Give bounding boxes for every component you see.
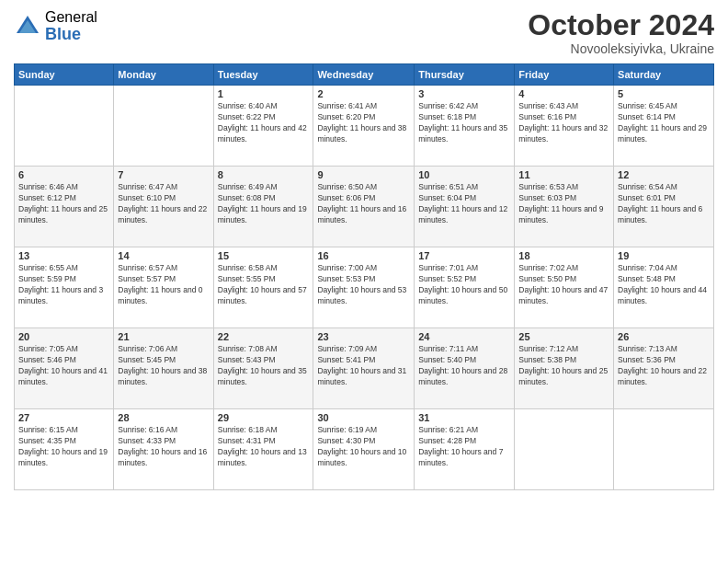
day-number: 22 bbox=[218, 331, 310, 342]
calendar-header-row: Sunday Monday Tuesday Wednesday Thursday… bbox=[15, 64, 714, 86]
day-number: 8 bbox=[218, 169, 310, 180]
day-number: 5 bbox=[618, 88, 710, 99]
day-number: 29 bbox=[218, 412, 310, 423]
day-detail: Sunrise: 6:58 AM Sunset: 5:55 PM Dayligh… bbox=[218, 263, 310, 307]
day-detail: Sunrise: 6:19 AM Sunset: 4:30 PM Dayligh… bbox=[317, 425, 410, 469]
day-detail: Sunrise: 6:47 AM Sunset: 6:10 PM Dayligh… bbox=[118, 182, 209, 226]
day-number: 10 bbox=[418, 169, 510, 180]
calendar-cell: 20Sunrise: 7:05 AM Sunset: 5:46 PM Dayli… bbox=[15, 328, 114, 409]
calendar-cell: 14Sunrise: 6:57 AM Sunset: 5:57 PM Dayli… bbox=[114, 247, 213, 328]
day-detail: Sunrise: 6:15 AM Sunset: 4:35 PM Dayligh… bbox=[18, 425, 109, 469]
calendar-week-row: 20Sunrise: 7:05 AM Sunset: 5:46 PM Dayli… bbox=[15, 328, 714, 409]
title-block: October 2024 Novooleksiyivka, Ukraine bbox=[528, 9, 714, 56]
day-number: 16 bbox=[317, 250, 410, 261]
calendar-cell: 8Sunrise: 6:49 AM Sunset: 6:08 PM Daylig… bbox=[213, 167, 313, 247]
day-number: 3 bbox=[418, 88, 510, 99]
calendar-week-row: 27Sunrise: 6:15 AM Sunset: 4:35 PM Dayli… bbox=[15, 409, 714, 490]
day-detail: Sunrise: 7:12 AM Sunset: 5:38 PM Dayligh… bbox=[518, 344, 609, 388]
calendar-cell: 2Sunrise: 6:41 AM Sunset: 6:20 PM Daylig… bbox=[313, 86, 415, 167]
day-number: 1 bbox=[218, 88, 310, 99]
calendar-cell: 1Sunrise: 6:40 AM Sunset: 6:22 PM Daylig… bbox=[213, 86, 313, 167]
day-detail: Sunrise: 6:40 AM Sunset: 6:22 PM Dayligh… bbox=[218, 101, 310, 145]
logo-icon bbox=[14, 13, 41, 40]
day-number: 7 bbox=[118, 169, 209, 180]
location-subtitle: Novooleksiyivka, Ukraine bbox=[528, 41, 714, 56]
day-detail: Sunrise: 7:04 AM Sunset: 5:48 PM Dayligh… bbox=[618, 263, 710, 307]
day-detail: Sunrise: 7:06 AM Sunset: 5:45 PM Dayligh… bbox=[118, 344, 209, 388]
calendar-cell: 22Sunrise: 7:08 AM Sunset: 5:43 PM Dayli… bbox=[213, 328, 313, 409]
calendar-week-row: 1Sunrise: 6:40 AM Sunset: 6:22 PM Daylig… bbox=[15, 86, 714, 167]
day-detail: Sunrise: 6:18 AM Sunset: 4:31 PM Dayligh… bbox=[218, 425, 310, 469]
day-number: 26 bbox=[618, 331, 710, 342]
day-number: 21 bbox=[118, 331, 209, 342]
day-detail: Sunrise: 7:13 AM Sunset: 5:36 PM Dayligh… bbox=[618, 344, 710, 388]
calendar-table: Sunday Monday Tuesday Wednesday Thursday… bbox=[14, 63, 714, 490]
day-number: 11 bbox=[518, 169, 609, 180]
calendar-cell bbox=[114, 86, 213, 167]
col-thursday: Thursday bbox=[415, 64, 515, 86]
day-detail: Sunrise: 6:57 AM Sunset: 5:57 PM Dayligh… bbox=[118, 263, 209, 307]
logo-general: General bbox=[45, 9, 97, 26]
day-number: 30 bbox=[317, 412, 410, 423]
calendar-cell: 21Sunrise: 7:06 AM Sunset: 5:45 PM Dayli… bbox=[114, 328, 213, 409]
calendar-cell: 29Sunrise: 6:18 AM Sunset: 4:31 PM Dayli… bbox=[213, 409, 313, 490]
day-detail: Sunrise: 6:45 AM Sunset: 6:14 PM Dayligh… bbox=[618, 101, 710, 145]
col-sunday: Sunday bbox=[15, 64, 114, 86]
calendar-cell: 9Sunrise: 6:50 AM Sunset: 6:06 PM Daylig… bbox=[313, 167, 415, 247]
calendar-cell bbox=[614, 409, 714, 490]
day-detail: Sunrise: 6:46 AM Sunset: 6:12 PM Dayligh… bbox=[18, 182, 109, 226]
day-number: 25 bbox=[518, 331, 609, 342]
calendar-cell: 4Sunrise: 6:43 AM Sunset: 6:16 PM Daylig… bbox=[515, 86, 614, 167]
calendar-cell: 26Sunrise: 7:13 AM Sunset: 5:36 PM Dayli… bbox=[614, 328, 714, 409]
day-number: 2 bbox=[317, 88, 410, 99]
calendar-week-row: 6Sunrise: 6:46 AM Sunset: 6:12 PM Daylig… bbox=[15, 167, 714, 247]
day-number: 15 bbox=[218, 250, 310, 261]
header: General Blue October 2024 Novooleksiyivk… bbox=[14, 9, 714, 56]
calendar-cell: 15Sunrise: 6:58 AM Sunset: 5:55 PM Dayli… bbox=[213, 247, 313, 328]
calendar-cell: 24Sunrise: 7:11 AM Sunset: 5:40 PM Dayli… bbox=[415, 328, 515, 409]
day-number: 23 bbox=[317, 331, 410, 342]
day-detail: Sunrise: 7:01 AM Sunset: 5:52 PM Dayligh… bbox=[418, 263, 510, 307]
calendar-cell: 7Sunrise: 6:47 AM Sunset: 6:10 PM Daylig… bbox=[114, 167, 213, 247]
day-number: 31 bbox=[418, 412, 510, 423]
day-detail: Sunrise: 7:00 AM Sunset: 5:53 PM Dayligh… bbox=[317, 263, 410, 307]
calendar-cell bbox=[15, 86, 114, 167]
day-detail: Sunrise: 6:42 AM Sunset: 6:18 PM Dayligh… bbox=[418, 101, 510, 145]
day-number: 4 bbox=[518, 88, 609, 99]
day-number: 24 bbox=[418, 331, 510, 342]
day-detail: Sunrise: 7:11 AM Sunset: 5:40 PM Dayligh… bbox=[418, 344, 510, 388]
calendar-cell: 13Sunrise: 6:55 AM Sunset: 5:59 PM Dayli… bbox=[15, 247, 114, 328]
calendar-cell: 10Sunrise: 6:51 AM Sunset: 6:04 PM Dayli… bbox=[415, 167, 515, 247]
day-number: 27 bbox=[18, 412, 109, 423]
day-detail: Sunrise: 6:41 AM Sunset: 6:20 PM Dayligh… bbox=[317, 101, 410, 145]
day-detail: Sunrise: 6:53 AM Sunset: 6:03 PM Dayligh… bbox=[518, 182, 609, 226]
calendar-week-row: 13Sunrise: 6:55 AM Sunset: 5:59 PM Dayli… bbox=[15, 247, 714, 328]
calendar-cell: 30Sunrise: 6:19 AM Sunset: 4:30 PM Dayli… bbox=[313, 409, 415, 490]
day-detail: Sunrise: 6:16 AM Sunset: 4:33 PM Dayligh… bbox=[118, 425, 209, 469]
calendar-cell: 11Sunrise: 6:53 AM Sunset: 6:03 PM Dayli… bbox=[515, 167, 614, 247]
calendar-cell: 27Sunrise: 6:15 AM Sunset: 4:35 PM Dayli… bbox=[15, 409, 114, 490]
calendar-cell: 5Sunrise: 6:45 AM Sunset: 6:14 PM Daylig… bbox=[614, 86, 714, 167]
calendar-cell: 23Sunrise: 7:09 AM Sunset: 5:41 PM Dayli… bbox=[313, 328, 415, 409]
col-tuesday: Tuesday bbox=[213, 64, 313, 86]
calendar-cell: 25Sunrise: 7:12 AM Sunset: 5:38 PM Dayli… bbox=[515, 328, 614, 409]
col-wednesday: Wednesday bbox=[313, 64, 415, 86]
day-detail: Sunrise: 7:09 AM Sunset: 5:41 PM Dayligh… bbox=[317, 344, 410, 388]
day-detail: Sunrise: 6:55 AM Sunset: 5:59 PM Dayligh… bbox=[18, 263, 109, 307]
day-number: 13 bbox=[18, 250, 109, 261]
logo: General Blue bbox=[14, 9, 97, 43]
calendar-cell: 12Sunrise: 6:54 AM Sunset: 6:01 PM Dayli… bbox=[614, 167, 714, 247]
day-detail: Sunrise: 6:49 AM Sunset: 6:08 PM Dayligh… bbox=[218, 182, 310, 226]
day-number: 14 bbox=[118, 250, 209, 261]
calendar-cell: 19Sunrise: 7:04 AM Sunset: 5:48 PM Dayli… bbox=[614, 247, 714, 328]
day-detail: Sunrise: 6:43 AM Sunset: 6:16 PM Dayligh… bbox=[518, 101, 609, 145]
month-title: October 2024 bbox=[528, 9, 714, 41]
col-friday: Friday bbox=[515, 64, 614, 86]
calendar-page: General Blue October 2024 Novooleksiyivk… bbox=[0, 0, 728, 563]
calendar-cell: 16Sunrise: 7:00 AM Sunset: 5:53 PM Dayli… bbox=[313, 247, 415, 328]
day-detail: Sunrise: 7:08 AM Sunset: 5:43 PM Dayligh… bbox=[218, 344, 310, 388]
col-monday: Monday bbox=[114, 64, 213, 86]
calendar-cell: 3Sunrise: 6:42 AM Sunset: 6:18 PM Daylig… bbox=[415, 86, 515, 167]
calendar-cell: 18Sunrise: 7:02 AM Sunset: 5:50 PM Dayli… bbox=[515, 247, 614, 328]
day-number: 20 bbox=[18, 331, 109, 342]
